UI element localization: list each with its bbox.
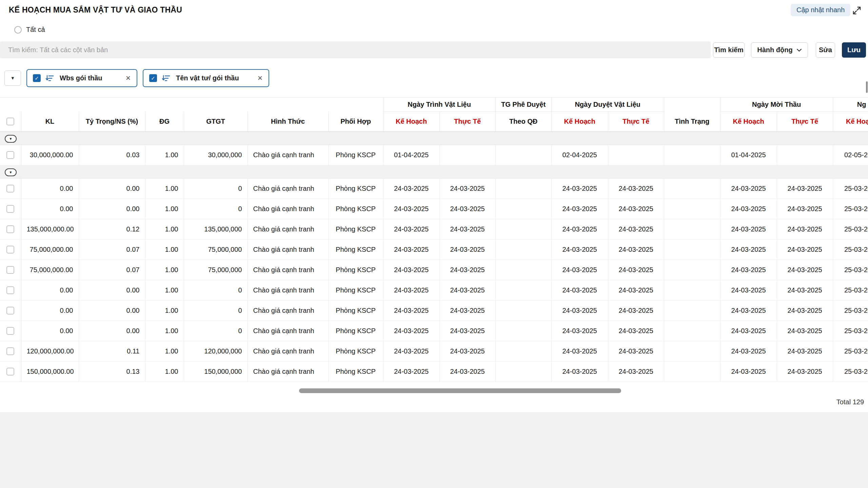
- row-checkbox[interactable]: [6, 347, 14, 355]
- cell: 24-03-2025: [720, 361, 777, 382]
- column-header[interactable]: KL: [21, 111, 79, 131]
- group-row: ▼: [0, 165, 868, 178]
- cell: 75,000,000: [184, 260, 248, 280]
- column-header[interactable]: Theo QĐ: [495, 111, 551, 131]
- row-checkbox[interactable]: [6, 246, 14, 253]
- row-checkbox[interactable]: [6, 185, 14, 192]
- cell: [664, 239, 720, 260]
- row-checkbox[interactable]: [6, 151, 14, 159]
- close-icon[interactable]: ✕: [125, 74, 131, 82]
- cell: [495, 219, 551, 239]
- cell: [777, 145, 833, 165]
- cell: 24-03-2025: [551, 219, 608, 239]
- expand-fullscreen-icon[interactable]: [852, 5, 862, 16]
- row-checkbox[interactable]: [6, 327, 14, 335]
- cell: [495, 321, 551, 341]
- cell: 24-03-2025: [383, 341, 439, 361]
- column-header[interactable]: Tỷ Trọng/NS (%): [79, 111, 145, 131]
- cell: 24-03-2025: [777, 199, 833, 219]
- collapse-group-button[interactable]: ▼: [5, 135, 17, 143]
- cell: 1.00: [145, 145, 184, 165]
- cell: 24-03-2025: [720, 199, 777, 219]
- column-header[interactable]: ĐG: [145, 111, 184, 131]
- cell: 24-03-2025: [439, 219, 495, 239]
- cell: 30,000,000: [184, 145, 248, 165]
- cell: 135,000,000: [184, 219, 248, 239]
- select-all-checkbox[interactable]: [6, 118, 14, 125]
- cell: 24-03-2025: [608, 321, 664, 341]
- cell: 24-03-2025: [777, 321, 833, 341]
- column-group-header: TG Phê Duyệt: [495, 98, 551, 111]
- column-header[interactable]: Thực Tế: [439, 111, 495, 131]
- cell: 24-03-2025: [608, 199, 664, 219]
- cell: 24-03-2025: [551, 300, 608, 321]
- cell: 25-03-2025: [833, 361, 868, 382]
- cell: 0.00: [79, 300, 145, 321]
- column-header[interactable]: Thực Tế: [777, 111, 833, 131]
- cell: [664, 341, 720, 361]
- columns-dropdown-button[interactable]: ▼: [4, 70, 21, 86]
- filter-chip-ten-vat-tu[interactable]: ✓ Tên vật tư/ gói thầu ✕: [143, 69, 269, 87]
- row-checkbox-cell: [0, 239, 21, 260]
- cell: Phòng KSCP: [328, 178, 383, 199]
- column-group-header: [0, 98, 383, 111]
- cell: 0.00: [79, 280, 145, 300]
- edit-button[interactable]: Sửa: [816, 42, 835, 58]
- cell: 24-03-2025: [383, 219, 439, 239]
- search-input[interactable]: [0, 41, 711, 58]
- row-checkbox[interactable]: [6, 286, 14, 294]
- column-header[interactable]: Hình Thức: [248, 111, 328, 131]
- cell: 24-03-2025: [439, 321, 495, 341]
- cell: [495, 300, 551, 321]
- collapse-group-button[interactable]: ▼: [5, 168, 17, 176]
- table-row: 0.000.001.000Chào giá cạnh tranhPhòng KS…: [0, 321, 868, 341]
- cell: 0.00: [21, 300, 79, 321]
- cell: 24-03-2025: [439, 300, 495, 321]
- all-radio[interactable]: [14, 26, 22, 34]
- vertical-scrollbar[interactable]: [866, 81, 868, 93]
- column-header[interactable]: GTGT: [184, 111, 248, 131]
- cell: 0.00: [21, 280, 79, 300]
- column-header[interactable]: Kế Hoạch: [551, 111, 608, 131]
- column-group-header: [664, 98, 720, 111]
- row-checkbox[interactable]: [6, 368, 14, 375]
- cell: 0.00: [79, 321, 145, 341]
- row-checkbox[interactable]: [6, 225, 14, 233]
- row-checkbox[interactable]: [6, 205, 14, 213]
- column-header[interactable]: Kế Hoạch: [833, 111, 868, 131]
- cell: 0.07: [79, 239, 145, 260]
- cell: [495, 280, 551, 300]
- column-header[interactable]: Thực Tế: [608, 111, 664, 131]
- cell: 0.03: [79, 145, 145, 165]
- save-button[interactable]: Lưu: [842, 42, 866, 58]
- cell: 24-03-2025: [608, 260, 664, 280]
- cell: 24-03-2025: [383, 300, 439, 321]
- chip-checkbox[interactable]: ✓: [33, 74, 41, 82]
- column-header[interactable]: Kế Hoạch: [720, 111, 777, 131]
- row-checkbox[interactable]: [6, 266, 14, 274]
- filter-chip-wbs-goi-thau[interactable]: ✓ Wbs gói thầu ✕: [26, 69, 137, 87]
- actions-button[interactable]: Hành động: [751, 42, 808, 58]
- cell: 24-03-2025: [383, 321, 439, 341]
- column-header[interactable]: Tình Trạng: [664, 111, 720, 131]
- close-icon[interactable]: ✕: [257, 74, 263, 82]
- cell: [495, 260, 551, 280]
- cell: 120,000,000: [184, 341, 248, 361]
- quick-update-button[interactable]: Cập nhật nhanh: [791, 4, 850, 16]
- cell: [664, 199, 720, 219]
- cell: 24-03-2025: [439, 199, 495, 219]
- row-checkbox[interactable]: [6, 307, 14, 314]
- chip-checkbox[interactable]: ✓: [149, 74, 157, 82]
- search-button[interactable]: Tìm kiếm: [713, 42, 745, 58]
- cell: 24-03-2025: [383, 280, 439, 300]
- cell: 24-03-2025: [551, 341, 608, 361]
- column-group-header: Ng: [833, 98, 868, 111]
- column-header[interactable]: Kế Hoạch: [383, 111, 439, 131]
- cell: Chào giá cạnh tranh: [248, 300, 328, 321]
- column-header[interactable]: Phối Hợp: [328, 111, 383, 131]
- cell: 1.00: [145, 219, 184, 239]
- group-row: ▼: [0, 131, 868, 145]
- cell: 0.00: [79, 178, 145, 199]
- horizontal-scrollbar[interactable]: [299, 388, 621, 393]
- row-checkbox-cell: [0, 199, 21, 219]
